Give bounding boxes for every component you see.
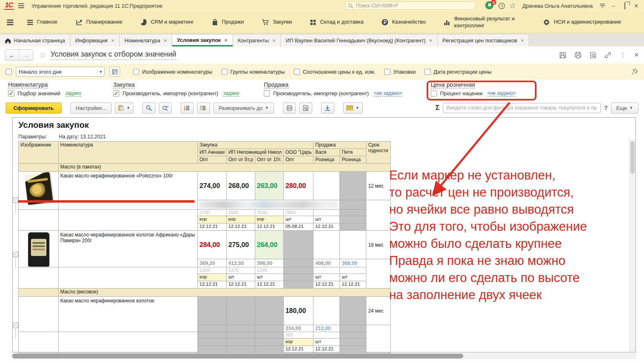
horizontal-scrollbar-thumb[interactable] [12, 354, 463, 359]
product-1-2-unit-4[interactable] [284, 274, 313, 281]
section-title-link[interactable]: Продажа [264, 81, 289, 88]
minimize-button[interactable]: – [610, 3, 617, 9]
expand-to-button[interactable]: Разворачивать до▼ [213, 103, 274, 114]
product-1-2-unit-2[interactable]: шт [226, 274, 255, 281]
tab-4[interactable]: Условия закупок× [172, 34, 233, 46]
tab-3[interactable]: Номенклатура× [120, 34, 172, 46]
product-1-1-base-5[interactable] [313, 210, 340, 216]
product-1-1-unit-2[interactable]: кор [226, 216, 255, 223]
section-status-link[interactable]: задано [223, 90, 239, 96]
group-row-label[interactable]: Масло (в пакетах) [59, 164, 391, 172]
section-title-link[interactable]: Номенклатура [8, 81, 48, 88]
reset-search-button[interactable] [159, 103, 172, 114]
product-1-2-price-5[interactable] [313, 231, 340, 259]
product-1-2-price-1[interactable]: 284,00 [198, 231, 227, 259]
product-1-1-base-2[interactable]: 2680 [226, 210, 255, 216]
back-button[interactable]: ← [5, 50, 19, 60]
report-variants-button[interactable]: ▼ [115, 103, 134, 114]
product-1-2-date-1[interactable]: 12.12.21 [198, 281, 227, 289]
product-1-2-row2-4[interactable] [284, 259, 313, 267]
product-1-1-date-5[interactable]: 12.12.21 [313, 223, 340, 231]
product-1-2-row2-6[interactable]: 368,00 [340, 259, 366, 267]
link-icon[interactable] [605, 52, 611, 59]
product-1-1-unit-1[interactable]: кор [198, 216, 227, 223]
product-2-1-unit-5[interactable]: шт [313, 339, 340, 346]
product-2-1-row2-4[interactable]: 234,00 [284, 325, 313, 332]
product-2-1-base-3[interactable] [255, 332, 284, 339]
calendar-button[interactable] [110, 67, 120, 77]
filter-option-checkbox[interactable] [384, 69, 390, 75]
product-2-1-row2-1[interactable] [198, 325, 227, 332]
ribbon-item-8[interactable]: Финансовый результат и контроллинг [434, 11, 534, 33]
tab-2[interactable]: Информация× [70, 34, 120, 46]
product-2-1-price-5[interactable] [313, 297, 340, 325]
product-1-1-date-4[interactable]: 05.08.21 [284, 223, 313, 231]
settings-button[interactable]: Настройки... [70, 103, 112, 114]
history-icon[interactable] [498, 2, 505, 9]
product-2-1-unit-1[interactable] [198, 339, 227, 346]
tab-close-icon[interactable]: × [429, 37, 432, 44]
product-1-1-price-1[interactable]: 274,00 [198, 172, 227, 200]
tab-6[interactable]: ИП Ваупин Василий Геннадьвич (Вкусноед) … [281, 34, 438, 46]
product-1-2-base-1[interactable]: 1420 [198, 267, 227, 274]
product-2-1-base-4[interactable]: 900 [284, 332, 313, 339]
product-1-1-date-3[interactable]: 12.12.21 [255, 223, 284, 231]
print-preview-button[interactable] [299, 103, 312, 114]
product-1-2-base-2[interactable]: 1375 [226, 267, 255, 274]
product-1-2-unit-6[interactable]: шт [340, 274, 366, 281]
tree-collapse-group-2[interactable]: − [13, 252, 18, 257]
group-row-image-cell[interactable] [19, 289, 59, 297]
filter-option-checkbox[interactable] [133, 69, 139, 75]
product-1-2-date-5[interactable]: 12.12.21 [313, 281, 340, 289]
product-2-1-base-1[interactable] [198, 332, 227, 339]
product-1-1-price-2[interactable]: 268,00 [226, 172, 255, 200]
help-button[interactable]: ? [604, 105, 608, 111]
product-2-1-date-5[interactable]: 12.12.21 [313, 346, 340, 353]
product-1-2-base-5[interactable] [313, 267, 340, 274]
tab-1[interactable]: Начальная страница [0, 34, 70, 46]
product-2-1-price-2[interactable] [226, 297, 255, 325]
ribbon-item-5[interactable]: Закупки [253, 11, 301, 33]
tab-close-icon[interactable]: × [111, 37, 114, 44]
section-title-link[interactable]: Закупка [113, 81, 135, 88]
print-icon[interactable] [574, 52, 582, 59]
global-search-input[interactable]: Поиск Ctrl+Shift+F [345, 2, 475, 10]
product-1-1-date-1[interactable]: 12.12.21 [198, 223, 227, 231]
product-1-2-date-6[interactable]: 12.12.21 [340, 281, 366, 289]
search-in-report-button[interactable] [142, 103, 156, 114]
sum-sigma-icon[interactable]: Σ [436, 104, 440, 112]
filter-option-checkbox[interactable] [425, 69, 431, 75]
product-2-1-date-6[interactable] [340, 346, 366, 353]
section-checkbox[interactable] [264, 90, 270, 96]
product-1-2-name[interactable]: Какао масло нерафинированное колотое Афр… [59, 231, 198, 267]
favorites-star-icon[interactable]: ☆ [509, 1, 516, 10]
forward-button[interactable]: → [19, 50, 33, 60]
ribbon-item-6[interactable]: Склад и доставка [301, 11, 372, 33]
product-1-1-price-4[interactable]: 280,00 [284, 172, 313, 200]
collapse-levels-button[interactable] [181, 103, 194, 114]
product-2-1-price-3[interactable] [255, 297, 284, 325]
product-1-1-date-6[interactable] [340, 223, 366, 231]
filter-option-checkbox[interactable] [221, 69, 228, 75]
ribbon-item-4[interactable]: Продажи [203, 11, 253, 33]
product-2-1-price-6[interactable] [340, 297, 366, 325]
product-1-1-unit-3[interactable]: кор [255, 216, 284, 223]
close-form-icon[interactable]: ✕ [634, 51, 639, 59]
word-filter-input[interactable] [443, 103, 601, 113]
chevron-down-icon[interactable]: ▼ [97, 70, 104, 74]
product-2-1-unit-6[interactable] [340, 339, 366, 346]
product-1-1-name[interactable]: Какао масло нерафинированное «Polezzno» … [59, 172, 198, 210]
product-1-2-row2-5[interactable]: 408,00 [313, 259, 340, 267]
group-row-label[interactable]: Масло (весовое) [59, 289, 391, 297]
expand-levels-button[interactable] [197, 103, 210, 114]
section-checkbox[interactable] [113, 90, 119, 96]
product-1-1-row2-6[interactable] [340, 200, 366, 210]
product-1-2-price-4[interactable] [284, 231, 313, 259]
product-2-1-row2-3[interactable] [255, 325, 284, 332]
product-1-2-unit-3[interactable]: шт [255, 274, 284, 281]
product-1-2-price-3[interactable]: 264,00 [255, 231, 284, 259]
product-2-1-date-4[interactable]: 12.12.21 [284, 346, 313, 353]
filter-option-checkbox[interactable] [294, 69, 300, 75]
tab-close-icon[interactable]: × [521, 37, 524, 44]
product-1-2-shelf-life[interactable]: 18 мес [366, 231, 391, 259]
